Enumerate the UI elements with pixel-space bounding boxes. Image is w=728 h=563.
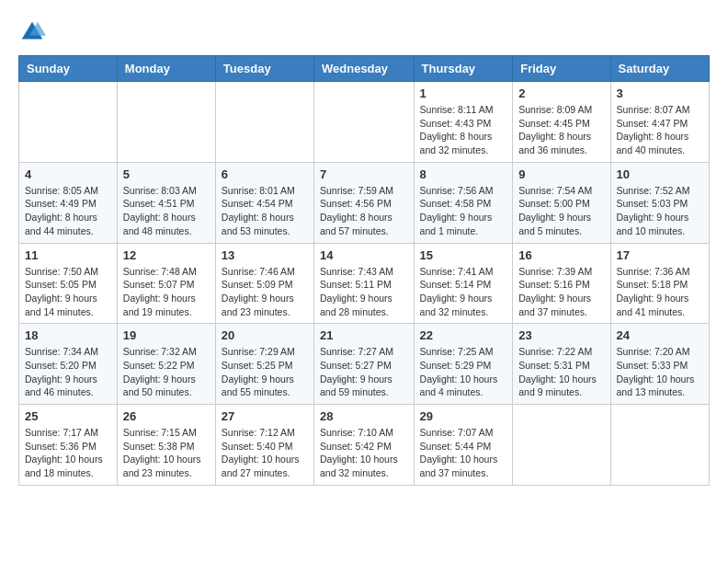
day-number: 5 [123,167,210,181]
day-info: Sunrise: 7:56 AM Sunset: 4:58 PM Dayligh… [420,184,507,238]
calendar-cell: 7Sunrise: 7:59 AM Sunset: 4:56 PM Daylig… [314,162,415,243]
calendar-cell: 27Sunrise: 7:12 AM Sunset: 5:40 PM Dayli… [215,405,313,486]
day-number: 24 [617,328,703,342]
day-number: 27 [222,409,308,423]
week-row-3: 18Sunrise: 7:34 AM Sunset: 5:20 PM Dayli… [19,324,710,405]
calendar-cell [19,82,118,163]
column-header-monday: Monday [117,56,215,82]
calendar-cell: 15Sunrise: 7:41 AM Sunset: 5:14 PM Dayli… [414,243,513,324]
column-header-saturday: Saturday [610,56,709,82]
day-number: 4 [25,167,111,181]
day-info: Sunrise: 7:29 AM Sunset: 5:25 PM Dayligh… [222,345,308,399]
day-info: Sunrise: 7:46 AM Sunset: 5:09 PM Dayligh… [222,265,308,319]
calendar-cell: 17Sunrise: 7:36 AM Sunset: 5:18 PM Dayli… [610,243,709,324]
day-info: Sunrise: 8:11 AM Sunset: 4:43 PM Dayligh… [420,103,507,157]
calendar-cell: 1Sunrise: 8:11 AM Sunset: 4:43 PM Daylig… [414,82,513,163]
calendar-cell [610,405,709,486]
day-number: 2 [518,86,604,100]
day-info: Sunrise: 7:50 AM Sunset: 5:05 PM Dayligh… [25,265,111,319]
day-number: 9 [518,167,604,181]
day-info: Sunrise: 7:25 AM Sunset: 5:29 PM Dayligh… [420,345,507,399]
calendar-cell: 19Sunrise: 7:32 AM Sunset: 5:22 PM Dayli… [117,324,215,405]
day-info: Sunrise: 7:32 AM Sunset: 5:22 PM Dayligh… [123,345,210,399]
day-number: 18 [25,328,111,342]
calendar-cell: 21Sunrise: 7:27 AM Sunset: 5:27 PM Dayli… [314,324,415,405]
day-info: Sunrise: 8:03 AM Sunset: 4:51 PM Dayligh… [123,184,210,238]
column-header-friday: Friday [513,56,610,82]
day-info: Sunrise: 7:48 AM Sunset: 5:07 PM Dayligh… [123,265,210,319]
day-number: 3 [617,86,703,100]
day-number: 25 [25,409,111,423]
day-info: Sunrise: 7:59 AM Sunset: 4:56 PM Dayligh… [320,184,408,238]
column-header-sunday: Sunday [19,56,118,82]
day-number: 28 [320,409,408,423]
calendar-cell: 24Sunrise: 7:20 AM Sunset: 5:33 PM Dayli… [610,324,709,405]
day-number: 13 [222,248,308,262]
calendar-cell: 28Sunrise: 7:10 AM Sunset: 5:42 PM Dayli… [314,405,415,486]
day-info: Sunrise: 7:54 AM Sunset: 5:00 PM Dayligh… [518,184,604,238]
week-row-2: 11Sunrise: 7:50 AM Sunset: 5:05 PM Dayli… [19,243,710,324]
calendar-cell [513,405,610,486]
day-info: Sunrise: 7:10 AM Sunset: 5:42 PM Dayligh… [320,426,408,480]
day-info: Sunrise: 7:20 AM Sunset: 5:33 PM Dayligh… [617,345,703,399]
calendar-cell: 13Sunrise: 7:46 AM Sunset: 5:09 PM Dayli… [215,243,313,324]
calendar-cell: 4Sunrise: 8:05 AM Sunset: 4:49 PM Daylig… [19,162,118,243]
calendar-cell: 9Sunrise: 7:54 AM Sunset: 5:00 PM Daylig… [513,162,610,243]
day-info: Sunrise: 7:07 AM Sunset: 5:44 PM Dayligh… [420,426,507,480]
day-number: 17 [617,248,703,262]
day-number: 23 [518,328,604,342]
day-info: Sunrise: 7:39 AM Sunset: 5:16 PM Dayligh… [518,265,604,319]
day-number: 12 [123,248,210,262]
calendar-cell: 11Sunrise: 7:50 AM Sunset: 5:05 PM Dayli… [19,243,118,324]
day-number: 22 [420,328,507,342]
column-header-tuesday: Tuesday [215,56,313,82]
day-number: 15 [420,248,507,262]
calendar-cell: 6Sunrise: 8:01 AM Sunset: 4:54 PM Daylig… [215,162,313,243]
day-number: 21 [320,328,408,342]
day-info: Sunrise: 8:07 AM Sunset: 4:47 PM Dayligh… [617,103,703,157]
day-number: 11 [25,248,111,262]
day-info: Sunrise: 7:36 AM Sunset: 5:18 PM Dayligh… [617,265,703,319]
day-number: 20 [222,328,308,342]
day-info: Sunrise: 7:43 AM Sunset: 5:11 PM Dayligh… [320,265,408,319]
calendar-cell: 3Sunrise: 8:07 AM Sunset: 4:47 PM Daylig… [610,82,709,163]
calendar-cell: 18Sunrise: 7:34 AM Sunset: 5:20 PM Dayli… [19,324,118,405]
day-number: 26 [123,409,210,423]
column-header-thursday: Thursday [414,56,513,82]
day-info: Sunrise: 7:15 AM Sunset: 5:38 PM Dayligh… [123,426,210,480]
calendar-cell: 22Sunrise: 7:25 AM Sunset: 5:29 PM Dayli… [414,324,513,405]
calendar-cell: 26Sunrise: 7:15 AM Sunset: 5:38 PM Dayli… [117,405,215,486]
calendar-cell: 29Sunrise: 7:07 AM Sunset: 5:44 PM Dayli… [414,405,513,486]
day-info: Sunrise: 8:01 AM Sunset: 4:54 PM Dayligh… [222,184,308,238]
day-info: Sunrise: 7:27 AM Sunset: 5:27 PM Dayligh… [320,345,408,399]
day-info: Sunrise: 7:52 AM Sunset: 5:03 PM Dayligh… [617,184,703,238]
column-header-wednesday: Wednesday [314,56,415,82]
day-number: 10 [617,167,703,181]
day-number: 29 [420,409,507,423]
day-info: Sunrise: 7:34 AM Sunset: 5:20 PM Dayligh… [25,345,111,399]
calendar-cell: 16Sunrise: 7:39 AM Sunset: 5:16 PM Dayli… [513,243,610,324]
week-row-0: 1Sunrise: 8:11 AM Sunset: 4:43 PM Daylig… [19,82,710,163]
calendar-cell: 5Sunrise: 8:03 AM Sunset: 4:51 PM Daylig… [117,162,215,243]
calendar-header-row: SundayMondayTuesdayWednesdayThursdayFrid… [19,56,710,82]
calendar-cell: 23Sunrise: 7:22 AM Sunset: 5:31 PM Dayli… [513,324,610,405]
day-number: 1 [420,86,507,100]
logo [18,18,50,46]
day-info: Sunrise: 7:22 AM Sunset: 5:31 PM Dayligh… [518,345,604,399]
calendar-cell: 8Sunrise: 7:56 AM Sunset: 4:58 PM Daylig… [414,162,513,243]
day-number: 19 [123,328,210,342]
day-info: Sunrise: 7:12 AM Sunset: 5:40 PM Dayligh… [222,426,308,480]
calendar-cell: 2Sunrise: 8:09 AM Sunset: 4:45 PM Daylig… [513,82,610,163]
day-number: 8 [420,167,507,181]
calendar-cell: 12Sunrise: 7:48 AM Sunset: 5:07 PM Dayli… [117,243,215,324]
day-number: 14 [320,248,408,262]
day-number: 7 [320,167,408,181]
day-info: Sunrise: 7:17 AM Sunset: 5:36 PM Dayligh… [25,426,111,480]
week-row-1: 4Sunrise: 8:05 AM Sunset: 4:49 PM Daylig… [19,162,710,243]
calendar-cell [117,82,215,163]
calendar-cell: 14Sunrise: 7:43 AM Sunset: 5:11 PM Dayli… [314,243,415,324]
calendar-cell: 25Sunrise: 7:17 AM Sunset: 5:36 PM Dayli… [19,405,118,486]
week-row-4: 25Sunrise: 7:17 AM Sunset: 5:36 PM Dayli… [19,405,710,486]
header [18,18,710,46]
day-info: Sunrise: 8:09 AM Sunset: 4:45 PM Dayligh… [518,103,604,157]
